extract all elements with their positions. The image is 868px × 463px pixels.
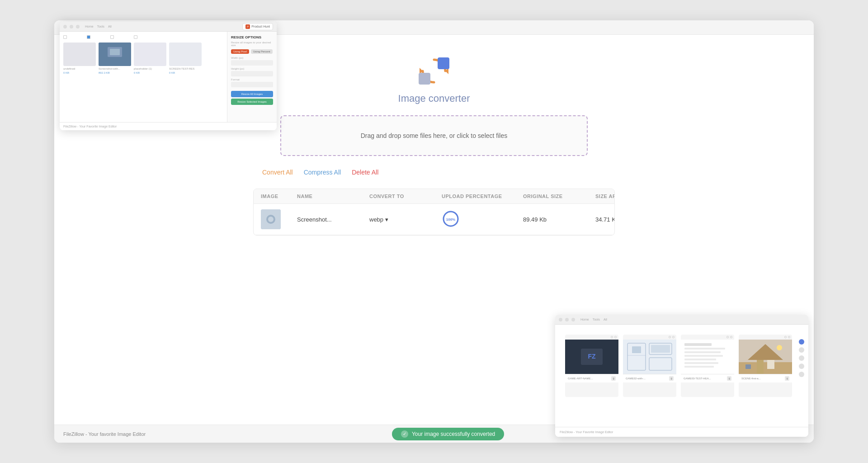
sw-rp-field-width-label: Width (px): [231, 57, 273, 59]
cell-convert-to: webp ▾: [369, 216, 442, 223]
sw2-nav-all: All: [604, 318, 607, 321]
sw2-trash-3[interactable]: 🗑: [727, 376, 731, 381]
sw2-nav-home: Home: [580, 318, 589, 321]
sw2-thumb-name-1: GAME-ART-NAME...: [568, 377, 593, 380]
svg-rect-31: [684, 366, 714, 368]
drop-zone[interactable]: Drag and drop some files here, or click …: [280, 115, 588, 156]
sw-dot-3: [76, 25, 80, 28]
sw2-dot-d: [672, 336, 675, 338]
cell-progress: 100%: [442, 210, 523, 229]
sw-nav-all: All: [108, 25, 112, 28]
svg-rect-5: [438, 57, 449, 69]
svg-rect-2: [110, 49, 120, 55]
cell-image: [261, 209, 297, 229]
sw2-thumb-footer-4: SCENE-first-a... 🗑: [739, 374, 792, 383]
sw-thumb-img-4: [169, 43, 202, 66]
sw-rp-buttons: Resize All Images Resize Selected Images: [231, 91, 273, 105]
svg-rect-6: [419, 73, 430, 85]
file-thumbnail: [261, 209, 281, 229]
svg-text:FZ: FZ: [588, 353, 596, 360]
sw-thumb-label-4: SCREEN-TEST-RES: [169, 67, 202, 70]
svg-point-38: [777, 345, 782, 350]
sw-rp-btn-resize-selected[interactable]: Resize Selected Images: [231, 99, 273, 105]
table-header: IMAGE NAME CONVERT TO UPLOAD PERCENTAGE …: [254, 189, 614, 204]
sw2-dot-b: [614, 336, 617, 338]
sw-rp-field-width: Width (px): [231, 57, 273, 66]
footer-brand: FileZillow - Your favorite Image Editor: [63, 431, 146, 437]
sw2-footer-text: FileZillow - Your Favorite Image Editor: [560, 430, 613, 434]
sw-rp-field-width-input[interactable]: [231, 60, 273, 66]
btn-delete-all[interactable]: Delete All: [352, 169, 378, 176]
sw2-trash-1[interactable]: 🗑: [611, 376, 616, 381]
format-select[interactable]: webp ▾: [369, 216, 442, 223]
sw2-img-svg-1: FZ: [565, 340, 618, 374]
sw2-thumb-img-2: [623, 340, 676, 374]
success-text: Your image successfully converted: [412, 431, 495, 437]
sw-rp-subtitle: Resize all images to your desired size: [231, 41, 273, 47]
sw2-thumb-name-4: SCENE-first-a...: [741, 377, 761, 380]
svg-rect-19: [632, 346, 641, 353]
sw2-thumb-4: SCENE-first-a... 🗑: [739, 335, 792, 397]
sw2-dot-e: [726, 336, 729, 338]
sw-rp-btn-resize-all[interactable]: Resize All Images: [231, 91, 273, 97]
th-convert-to: CONVERT TO: [369, 194, 442, 199]
progress-svg: 100%: [442, 210, 460, 228]
sw-rp-tab-pixel[interactable]: Using Pixel: [231, 49, 249, 54]
sw2-thumb-top-3: [681, 335, 734, 340]
sw2-content: FZ GAME-ART-NAME... 🗑: [560, 329, 804, 402]
sw-ph-text: Product Hunt: [251, 25, 270, 28]
sw2-dot-c: [669, 336, 671, 338]
sw2-thumb-1: FZ GAME-ART-NAME... 🗑: [565, 335, 618, 397]
sw-resize-panel: RESIZE OPTIONS Resize all images to your…: [227, 32, 277, 130]
sw2-thumb-name-2: GAME02-with-...: [626, 377, 646, 380]
sw-checkboxes: [63, 35, 223, 39]
sw-thumb-size-4: 0 KB: [169, 71, 202, 74]
converter-section: Image converter Drag and drop some files…: [262, 53, 606, 236]
sw-nav-home: Home: [85, 25, 94, 28]
svg-rect-27: [684, 351, 721, 353]
sw-thumb-size-1: 0 KB: [63, 71, 96, 74]
sw-checkbox: [63, 35, 67, 39]
sw-ph-logo: P: [245, 24, 250, 29]
sw2-sidebar-dot-2[interactable]: [799, 347, 804, 353]
sw-checkbox-4: [134, 35, 137, 39]
th-converted-size: SIZE AFTER CONVERSION: [595, 194, 615, 199]
sw2-sidebar: [798, 337, 805, 423]
sw2-trash-4[interactable]: 🗑: [785, 376, 789, 381]
svg-rect-29: [684, 359, 716, 360]
screenshot-window-br: Home Tools All FZ: [555, 315, 808, 437]
sw-thumb-size-3: 0 KB: [134, 71, 166, 74]
sw2-nav: Home Tools All: [580, 318, 607, 321]
sw-nav: Home Tools All: [85, 25, 112, 28]
btn-compress-all[interactable]: Compress All: [304, 169, 341, 176]
sw-thumb-img-2: [99, 43, 131, 66]
svg-rect-25: [684, 343, 712, 346]
table-row: Screenshot... webp ▾: [254, 204, 614, 235]
sw2-thumb-top-2: [623, 335, 676, 340]
sw2-sidebar-dot-4[interactable]: [799, 364, 804, 369]
sw2-footer: FileZillow - Your Favorite Image Editor: [555, 427, 808, 437]
sw-rp-field-format-input[interactable]: [231, 82, 273, 87]
sw-rp-field-height-input[interactable]: [231, 71, 273, 76]
sw2-thumb-footer-3: GAME03-TEST-HEA... 🗑: [681, 374, 734, 383]
btn-convert-all[interactable]: Convert All: [262, 169, 293, 176]
sw2-sidebar-dot-5[interactable]: [799, 372, 804, 377]
sw-rp-tab-percent[interactable]: Using Percent: [251, 49, 273, 54]
sw-thumb-size-2: 892.3 KB: [99, 71, 131, 74]
sw2-nav-tools: Tools: [593, 318, 600, 321]
sw2-dot-1: [559, 318, 562, 321]
sw-thumb-img-3: [134, 43, 166, 66]
th-image: IMAGE: [261, 194, 297, 199]
svg-rect-28: [684, 355, 723, 357]
sw2-trash-2[interactable]: 🗑: [669, 376, 674, 381]
sw2-sidebar-dot-1[interactable]: [799, 339, 804, 345]
sw-footer: FileZillow - Your Favorite Image Editor: [60, 122, 277, 130]
sw-thumb-img-1: [63, 43, 96, 66]
sw2-img-svg-2: [623, 340, 676, 374]
sw2-thumb-img-3: [681, 340, 734, 374]
th-upload-pct: UPLOAD PERCENTAGE: [442, 194, 523, 199]
sw2-thumb-footer-1: GAME-ART-NAME... 🗑: [565, 374, 618, 383]
sw-thumb-label-2: Screenshot-with...: [99, 67, 131, 70]
sw2-sidebar-dot-3[interactable]: [799, 355, 804, 361]
svg-rect-37: [745, 364, 751, 369]
